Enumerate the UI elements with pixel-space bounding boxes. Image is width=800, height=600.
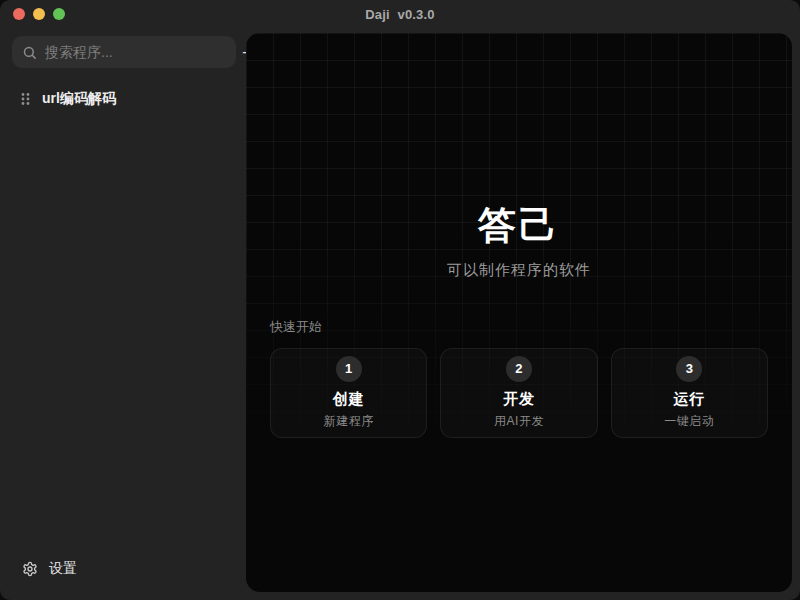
search-input[interactable]: [45, 44, 226, 60]
program-list: url编码解码: [12, 84, 234, 114]
quick-start-card-create[interactable]: 1 创建 新建程序: [270, 348, 427, 438]
quick-start-section: 快速开始 1 创建 新建程序 2 开发 用AI开发 3 运行: [246, 318, 792, 438]
grid-background: [246, 33, 792, 592]
sidebar-search-row: +: [12, 36, 234, 68]
app-subtitle: 可以制作程序的软件: [246, 261, 792, 280]
gear-icon: [22, 561, 38, 577]
traffic-lights: [13, 8, 65, 20]
app-title: 答己: [246, 205, 792, 247]
sidebar-item-url-codec[interactable]: url编码解码: [12, 84, 234, 114]
settings-label: 设置: [49, 560, 77, 578]
sidebar-item-label: url编码解码: [42, 90, 116, 108]
card-subtitle: 用AI开发: [494, 413, 544, 430]
card-title: 开发: [503, 390, 535, 409]
window-title: Daji v0.3.0: [365, 7, 435, 22]
card-title: 运行: [673, 390, 705, 409]
search-icon: [22, 45, 37, 60]
sidebar: + url编码解码: [0, 28, 246, 600]
card-title: 创建: [333, 390, 365, 409]
quick-start-card-develop[interactable]: 2 开发 用AI开发: [440, 348, 597, 438]
quick-start-card-run[interactable]: 3 运行 一键启动: [611, 348, 768, 438]
app-window: Daji v0.3.0 +: [0, 0, 800, 600]
step-badge: 3: [676, 356, 702, 382]
main-panel: 答己 可以制作程序的软件 快速开始 1 创建 新建程序 2 开发 用AI开发: [246, 33, 792, 592]
titlebar: Daji v0.3.0: [0, 0, 800, 28]
step-badge: 2: [506, 356, 532, 382]
hero-section: 答己 可以制作程序的软件: [246, 205, 792, 280]
close-button[interactable]: [13, 8, 25, 20]
grip-handle-icon[interactable]: [20, 92, 31, 106]
sidebar-spacer: [12, 114, 234, 554]
settings-button[interactable]: 设置: [12, 554, 234, 584]
minimize-button[interactable]: [33, 8, 45, 20]
quick-start-label: 快速开始: [270, 318, 768, 336]
quick-start-cards: 1 创建 新建程序 2 开发 用AI开发 3 运行 一键启动: [270, 348, 768, 438]
card-subtitle: 新建程序: [324, 413, 374, 430]
step-badge: 1: [336, 356, 362, 382]
search-box[interactable]: [12, 36, 236, 68]
maximize-button[interactable]: [53, 8, 65, 20]
window-body: + url编码解码: [0, 28, 800, 600]
card-subtitle: 一键启动: [664, 413, 714, 430]
